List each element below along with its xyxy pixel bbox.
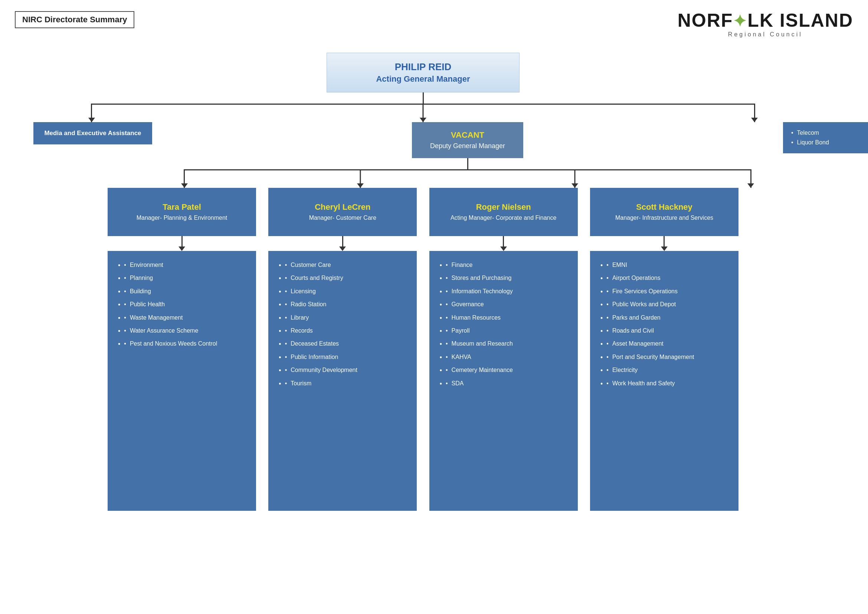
dept2-item2: •Courts and Registry bbox=[279, 274, 406, 283]
dept3-item4: •Governance bbox=[440, 301, 567, 309]
dept3-item9: •Cemetery Maintenance bbox=[440, 366, 567, 375]
dept2-item8: •Public Information bbox=[279, 354, 406, 362]
dept3-item8: •KAHVA bbox=[440, 354, 567, 362]
managers-row: Tara Patel Manager- Planning & Environme… bbox=[108, 188, 738, 511]
dept-box-1: •Environment •Planning •Building •Public… bbox=[108, 251, 256, 511]
dept4-item1: •EMNI bbox=[600, 261, 728, 270]
vacant-name: VACANT bbox=[423, 130, 512, 140]
mgr2-name: Cheryl LeCren bbox=[315, 202, 370, 212]
telecom-box: • Telecom • Liquor Bond bbox=[783, 122, 868, 154]
connector-top-down bbox=[423, 92, 424, 104]
arr-mgr3 bbox=[500, 247, 507, 251]
dept2-item10: •Tourism bbox=[279, 380, 406, 388]
dept-box-4: •EMNI •Airport Operations •Fire Services… bbox=[590, 251, 738, 511]
media-box: Media and Executive Assistance bbox=[33, 122, 152, 144]
arr-mgr1 bbox=[178, 247, 185, 251]
logo-text-norf: NORF bbox=[677, 10, 733, 31]
liquor-label: Liquor Bond bbox=[797, 139, 829, 146]
manager-box-3: Roger Nielsen Acting Manager- Corporate … bbox=[429, 188, 578, 236]
dept1-item2: •Planning bbox=[118, 274, 246, 283]
dept3-item5: •Human Resources bbox=[440, 314, 567, 323]
manager-col-1: Tara Patel Manager- Planning & Environme… bbox=[108, 188, 256, 511]
dept1-item4: •Public Health bbox=[118, 301, 246, 309]
conn-mgr4 bbox=[663, 236, 665, 247]
dept4-item5: •Parks and Garden bbox=[600, 314, 728, 323]
arrow-mgr2 bbox=[357, 183, 364, 188]
manager-box-4: Scott Hackney Manager- Infrastructure an… bbox=[590, 188, 738, 236]
vacant-role: Deputy General Manager bbox=[423, 142, 512, 150]
dept4-item9: •Electricity bbox=[600, 366, 728, 375]
top-manager-role: Acting General Manager bbox=[342, 74, 504, 84]
dept4-item4: •Public Works and Depot bbox=[600, 301, 728, 309]
dept1-item5: •Waste Management bbox=[118, 314, 246, 323]
arr-mgr2 bbox=[339, 247, 346, 251]
conn-mgr1 bbox=[181, 236, 183, 247]
arrow-mgr1 bbox=[181, 183, 188, 188]
telecom-col: • Telecom • Liquor Bond bbox=[783, 122, 868, 154]
dept2-item6: •Records bbox=[279, 327, 406, 336]
dept4-item2: •Airport Operations bbox=[600, 274, 728, 283]
arrow-mgr3 bbox=[572, 183, 578, 188]
manager-col-4: Scott Hackney Manager- Infrastructure an… bbox=[590, 188, 738, 511]
dept2-item4: •Radio Station bbox=[279, 301, 406, 309]
logo-text-lk: LK ISLAND bbox=[747, 10, 853, 31]
h-line-managers bbox=[184, 169, 752, 171]
dept4-item6: •Roads and Civil bbox=[600, 327, 728, 336]
dept1-item3: •Building bbox=[118, 288, 246, 296]
dept3-item3: •Information Technology bbox=[440, 288, 567, 296]
manager-col-3: Roger Nielsen Acting Manager- Corporate … bbox=[429, 188, 578, 511]
top-manager-box: PHILIP REID Acting General Manager bbox=[327, 53, 519, 92]
dept3-item10: •SDA bbox=[440, 380, 567, 388]
mgr4-name: Scott Hackney bbox=[636, 202, 693, 212]
vacant-col: VACANT Deputy General Manager bbox=[152, 122, 783, 169]
manager-col-2: Cheryl LeCren Manager- Customer Care •Cu… bbox=[268, 188, 417, 511]
media-col: Media and Executive Assistance bbox=[33, 122, 152, 144]
dept2-item1: •Customer Care bbox=[279, 261, 406, 270]
dept4-item8: •Port and Security Management bbox=[600, 354, 728, 362]
dept3-item6: •Payroll bbox=[440, 327, 567, 336]
arrow-right bbox=[751, 118, 758, 122]
dept4-item3: •Fire Services Operations bbox=[600, 288, 728, 296]
vacant-box: VACANT Deputy General Manager bbox=[412, 122, 523, 158]
telecom-item2: • Liquor Bond bbox=[791, 139, 868, 146]
telecom-label: Telecom bbox=[797, 130, 819, 136]
arrow-left bbox=[88, 118, 95, 122]
media-label: Media and Executive Assistance bbox=[44, 130, 141, 136]
dept2-item9: •Community Development bbox=[279, 366, 406, 375]
page-title: NIRC Directorate Summary bbox=[15, 11, 134, 28]
bullet-icon: • bbox=[791, 130, 794, 136]
top-manager-name: PHILIP REID bbox=[342, 61, 504, 73]
dept3-item2: •Stores and Purchasing bbox=[440, 274, 567, 283]
dept4-item10: •Work Health and Safety bbox=[600, 380, 728, 388]
dept-box-3: •Finance •Stores and Purchasing •Informa… bbox=[429, 251, 578, 511]
conn-mgr3 bbox=[503, 236, 504, 247]
mgr1-name: Tara Patel bbox=[163, 202, 201, 212]
dept2-item7: •Deceased Estates bbox=[279, 340, 406, 349]
mgr4-role: Manager- Infrastructure and Services bbox=[615, 214, 713, 222]
dept2-item5: •Library bbox=[279, 314, 406, 323]
arrow-center bbox=[420, 118, 426, 122]
dept2-item3: •Licensing bbox=[279, 288, 406, 296]
dept1-item7: •Pest and Noxious Weeds Control bbox=[118, 340, 246, 349]
mgr1-role: Manager- Planning & Environment bbox=[136, 214, 228, 222]
dept3-item7: •Museum and Research bbox=[440, 340, 567, 349]
mgr3-name: Roger Nielsen bbox=[476, 202, 531, 212]
dept1-item6: •Water Assurance Scheme bbox=[118, 327, 246, 336]
arr-mgr4 bbox=[661, 247, 668, 251]
dept1-item1: •Environment bbox=[118, 261, 246, 270]
bullet-icon2: • bbox=[791, 139, 794, 146]
manager-box-1: Tara Patel Manager- Planning & Environme… bbox=[108, 188, 256, 236]
logo-leaf-icon: ✦ bbox=[733, 12, 747, 30]
manager-box-2: Cheryl LeCren Manager- Customer Care bbox=[268, 188, 417, 236]
dept3-item1: •Finance bbox=[440, 261, 567, 270]
telecom-item1: • Telecom bbox=[791, 130, 868, 136]
header: NIRC Directorate Summary NORF✦LK ISLAND … bbox=[15, 11, 853, 38]
vacant-down-connector bbox=[467, 158, 468, 169]
org-chart: PHILIP REID Acting General Manager Media… bbox=[15, 53, 831, 511]
logo-subtitle: Regional Council bbox=[677, 31, 853, 38]
mgr2-role: Manager- Customer Care bbox=[309, 214, 376, 222]
dept-box-2: •Customer Care •Courts and Registry •Lic… bbox=[268, 251, 417, 511]
dept4-item7: •Asset Management bbox=[600, 340, 728, 349]
conn-mgr2 bbox=[342, 236, 343, 247]
level1-row: Media and Executive Assistance VACANT De… bbox=[33, 122, 813, 169]
